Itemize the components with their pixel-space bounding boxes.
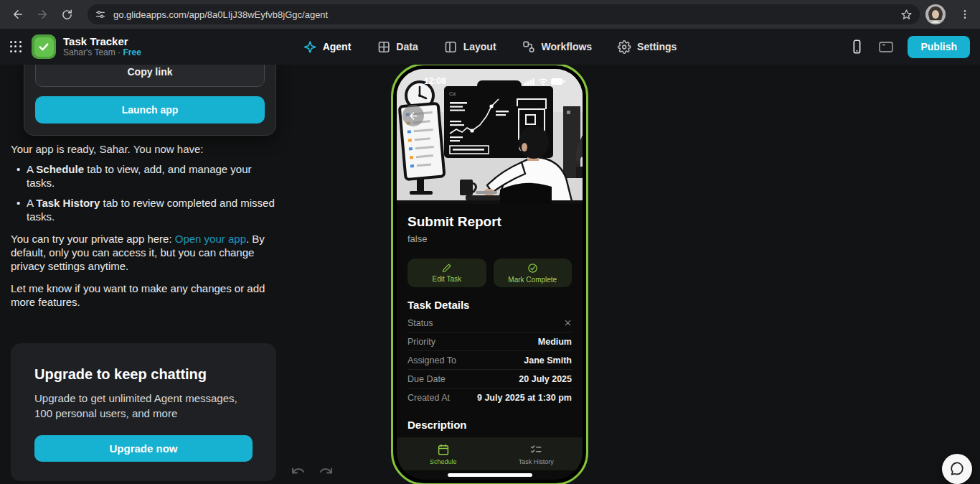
history-controls [290, 464, 334, 481]
tab-agent[interactable]: Agent [303, 40, 352, 54]
task-hero-illustration: Ca [397, 69, 583, 204]
browser-toolbar: go.glideapps.com/app/8a0LIjJ38wEyfvb8jGg… [0, 0, 980, 29]
privacy-text: You can try your private app here: [11, 233, 175, 245]
feature-list: A Schedule tab to view, add, and manage … [11, 162, 279, 223]
back-arrow-icon [11, 8, 24, 21]
bullet-text: A [27, 197, 36, 209]
detail-value: 9 July 2025 at 1:30 pm [477, 393, 572, 403]
description-heading: Description [407, 419, 572, 431]
pencil-icon [442, 263, 452, 273]
upgrade-title: Upgrade to keep chatting [34, 366, 253, 383]
desktop-preview-icon[interactable] [877, 38, 895, 55]
bullet-text: A [27, 163, 36, 175]
open-app-link[interactable]: Open your app [175, 233, 246, 245]
browser-forward-button[interactable] [30, 2, 55, 27]
tab-settings[interactable]: Settings [618, 40, 677, 54]
launch-app-button[interactable]: Launch app [35, 96, 265, 124]
agent-sparkle-icon [303, 40, 317, 54]
phone-statusbar: 12:08 [397, 74, 583, 88]
detail-row-priority[interactable]: Priority Medium [407, 332, 572, 351]
message-intro: Your app is ready, Sahar. You now have: [11, 142, 279, 156]
tab-layout[interactable]: Layout [444, 40, 496, 54]
detail-label: Status [407, 318, 433, 328]
upgrade-now-button[interactable]: Upgrade now [34, 435, 253, 462]
apps-grid-icon[interactable] [9, 39, 23, 54]
phone-preview-icon[interactable] [849, 38, 864, 55]
calendar-icon [437, 443, 450, 456]
browser-menu-button[interactable] [953, 2, 977, 27]
clear-x-icon[interactable] [564, 319, 572, 327]
address-bar[interactable]: go.glideapps.com/app/8a0LIjJ38wEyfvb8jGg… [88, 4, 920, 24]
tab-schedule[interactable]: Schedule [397, 437, 490, 470]
publish-button[interactable]: Publish [908, 36, 970, 58]
tab-data[interactable]: Data [377, 40, 418, 54]
undo-icon[interactable] [290, 464, 307, 481]
tab-task-history-label: Task History [519, 458, 554, 465]
svg-text:Ca: Ca [449, 91, 456, 96]
tab-workflows-label: Workflows [542, 41, 593, 52]
url-text[interactable]: go.glideapps.com/app/8a0LIjJ38wEyfvb8jGg… [113, 9, 900, 20]
tab-agent-label: Agent [323, 41, 352, 52]
statusbar-icons [524, 78, 565, 85]
app-title-block: Task Tracker Sahar's Team · Free [63, 35, 141, 58]
app-logo[interactable] [32, 34, 56, 59]
phone-screen: Ca [397, 69, 583, 480]
tab-layout-label: Layout [463, 41, 496, 52]
browser-reload-button[interactable] [55, 2, 79, 27]
profile-avatar[interactable] [925, 4, 946, 24]
share-popover: Copy link Launch app [24, 56, 276, 136]
detail-label: Due Date [407, 374, 446, 384]
back-arrow-icon [408, 111, 419, 121]
edit-task-button[interactable]: Edit Task [407, 259, 486, 287]
phone-preview-frame: Ca [391, 63, 588, 484]
plan-badge[interactable]: Free [123, 47, 141, 57]
task-detail-screen: Submit Report false Edit Task Mark Compl… [397, 214, 583, 431]
task-history-icon [529, 443, 542, 456]
wifi-icon [538, 78, 548, 85]
detail-value: Medium [538, 337, 572, 347]
avatar-image [925, 4, 946, 24]
upgrade-body: Upgrade to get unlimited Agent messages,… [34, 391, 253, 421]
battery-icon [551, 78, 565, 85]
detail-label: Priority [407, 337, 435, 347]
reload-icon [61, 9, 73, 21]
settings-gear-icon [618, 40, 631, 54]
task-details-list: Status Priority Medium Assigned To Jane … [407, 314, 572, 407]
detail-row-assigned-to[interactable]: Assigned To Jane Smith [407, 351, 572, 370]
detail-row-due-date[interactable]: Due Date 20 July 2025 [407, 370, 572, 388]
check-circle-icon [527, 263, 538, 274]
detail-label: Assigned To [407, 355, 456, 366]
subtitle-separator: · [116, 47, 123, 57]
message-outro: Let me know if you want to make any chan… [11, 281, 279, 309]
back-button[interactable] [402, 105, 424, 126]
team-name: Sahar's Team [63, 47, 116, 57]
support-chat-button[interactable] [942, 454, 972, 484]
home-indicator[interactable] [448, 473, 532, 477]
app-subtitle: Sahar's Team · Free [63, 47, 141, 58]
app-title: Task Tracker [63, 35, 141, 47]
task-details-heading: Task Details [407, 299, 572, 311]
phone-tabbar: Schedule Task History [397, 437, 583, 470]
detail-row-created-at[interactable]: Created At 9 July 2025 at 1:30 pm [407, 388, 572, 407]
tab-task-history[interactable]: Task History [490, 437, 583, 470]
redo-icon[interactable] [317, 464, 334, 481]
mark-complete-button[interactable]: Mark Complete [494, 259, 573, 287]
main-nav: Agent Data Layout Workflows Settings [303, 29, 677, 65]
task-subtitle: false [407, 233, 572, 244]
bookmark-star-icon[interactable] [900, 9, 913, 21]
detail-label: Created At [407, 393, 450, 403]
agent-message: Your app is ready, Sahar. You now have: … [11, 142, 279, 309]
task-title: Submit Report [407, 214, 572, 230]
forward-arrow-icon [36, 8, 49, 21]
tab-data-label: Data [396, 41, 418, 52]
browser-back-button[interactable] [6, 2, 30, 27]
tab-workflows[interactable]: Workflows [522, 40, 593, 54]
tab-settings-label: Settings [637, 41, 677, 52]
detail-row-status[interactable]: Status [407, 314, 572, 332]
task-actions: Edit Task Mark Complete [407, 259, 572, 287]
list-item: A Schedule tab to view, add, and manage … [11, 162, 279, 190]
browser-actions [925, 2, 977, 27]
app-logo-check-icon [34, 37, 54, 57]
site-settings-icon[interactable] [95, 9, 106, 20]
bullet-bold: Task History [36, 197, 100, 209]
